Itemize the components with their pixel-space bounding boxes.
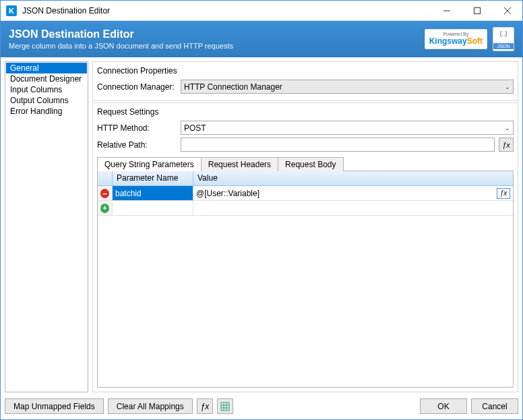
svg-rect-4 bbox=[221, 402, 229, 411]
parameter-name-cell-empty[interactable] bbox=[113, 201, 193, 216]
sidebar-item-general[interactable]: General bbox=[6, 63, 87, 73]
maximize-button[interactable] bbox=[462, 1, 492, 20]
map-unmapped-fields-button[interactable]: Map Unmapped Fields bbox=[5, 398, 104, 414]
grid-header-name: Parameter Name bbox=[113, 171, 193, 185]
connection-manager-select[interactable]: HTTP Connection Manager ⌄ bbox=[181, 80, 514, 94]
header-text: JSON Destination Editor Merge column dat… bbox=[9, 28, 425, 50]
brand-name: KingswaySoft bbox=[429, 36, 483, 46]
grid-new-row[interactable]: + bbox=[98, 201, 513, 216]
parameter-value-cell[interactable]: @[User::Variable] ƒx bbox=[193, 186, 513, 201]
http-method-label: HTTP Method: bbox=[97, 123, 177, 133]
grid-body: – batchid @[User::Variable] ƒx + bbox=[98, 186, 513, 387]
connection-properties-group: Connection Properties Connection Manager… bbox=[92, 61, 518, 101]
grid-header: Parameter Name Value bbox=[98, 171, 513, 186]
add-row-button[interactable]: + bbox=[98, 201, 113, 216]
relative-path-input[interactable] bbox=[181, 138, 495, 152]
minus-icon: – bbox=[100, 189, 109, 198]
chevron-down-icon: ⌄ bbox=[505, 84, 510, 90]
relative-path-label: Relative Path: bbox=[97, 140, 177, 150]
clear-all-mappings-button[interactable]: Clear All Mappings bbox=[108, 398, 193, 414]
window-title: JSON Destination Editor bbox=[22, 6, 431, 16]
window-controls bbox=[431, 1, 522, 20]
parameter-value-text: @[User::Variable] bbox=[196, 189, 259, 198]
connection-manager-row: Connection Manager: HTTP Connection Mana… bbox=[97, 80, 514, 94]
header-logos: Powered By KingswaySoft bbox=[425, 27, 514, 51]
value-fx-button[interactable]: ƒx bbox=[497, 188, 510, 199]
grid-tool-button[interactable] bbox=[217, 398, 233, 414]
connection-manager-value: HTTP Connection Manager bbox=[184, 82, 282, 92]
sidebar-item-output-columns[interactable]: Output Columns bbox=[6, 95, 87, 106]
http-method-select[interactable]: POST ⌄ bbox=[181, 121, 514, 135]
body: General Document Designer Input Columns … bbox=[1, 57, 522, 396]
request-settings-group: Request Settings HTTP Method: POST ⌄ Rel… bbox=[92, 102, 518, 392]
plus-icon: + bbox=[100, 204, 109, 213]
sidebar: General Document Designer Input Columns … bbox=[5, 61, 88, 392]
header: JSON Destination Editor Merge column dat… bbox=[1, 21, 522, 57]
request-settings-title: Request Settings bbox=[97, 107, 514, 117]
tab-request-headers[interactable]: Request Headers bbox=[201, 157, 278, 171]
connection-properties-title: Connection Properties bbox=[97, 66, 514, 76]
http-method-row: HTTP Method: POST ⌄ bbox=[97, 121, 514, 135]
app-icon: K bbox=[6, 5, 17, 16]
grid-icon bbox=[220, 402, 230, 411]
main: Connection Properties Connection Manager… bbox=[92, 61, 518, 392]
brand-logo: Powered By KingswaySoft bbox=[425, 29, 487, 49]
header-title: JSON Destination Editor bbox=[9, 28, 425, 40]
fx-icon: ƒx bbox=[200, 402, 209, 411]
ok-button[interactable]: OK bbox=[420, 398, 467, 414]
request-tabs: Query String Parameters Request Headers … bbox=[97, 157, 514, 171]
footer: Map Unmapped Fields Clear All Mappings ƒ… bbox=[1, 396, 522, 419]
tab-body: Parameter Name Value – batchid @[User::V… bbox=[97, 171, 514, 388]
relative-path-row: Relative Path: ƒx bbox=[97, 138, 514, 152]
parameter-name-cell[interactable]: batchid bbox=[113, 186, 193, 201]
sidebar-item-input-columns[interactable]: Input Columns bbox=[6, 84, 87, 95]
http-method-value: POST bbox=[184, 123, 206, 133]
powered-by-label: Powered By bbox=[443, 32, 468, 36]
json-icon bbox=[493, 27, 514, 51]
grid-header-value: Value bbox=[193, 171, 513, 185]
window: K JSON Destination Editor JSON Destinati… bbox=[0, 0, 523, 420]
minimize-button[interactable] bbox=[431, 1, 462, 20]
close-button[interactable] bbox=[492, 1, 522, 20]
delete-row-button[interactable]: – bbox=[98, 186, 113, 201]
grid-header-icon-col bbox=[98, 171, 113, 185]
svg-rect-1 bbox=[474, 7, 480, 13]
header-subtitle: Merge column data into a JSON document a… bbox=[9, 42, 425, 50]
connection-manager-label: Connection Manager: bbox=[97, 82, 177, 92]
tab-query-string-parameters[interactable]: Query String Parameters bbox=[97, 157, 202, 171]
tab-request-body[interactable]: Request Body bbox=[278, 157, 343, 171]
expression-editor-button[interactable]: ƒx bbox=[197, 398, 213, 414]
chevron-down-icon: ⌄ bbox=[505, 125, 510, 131]
cancel-button[interactable]: Cancel bbox=[471, 398, 518, 414]
sidebar-item-error-handling[interactable]: Error Handling bbox=[6, 106, 87, 117]
titlebar: K JSON Destination Editor bbox=[1, 1, 522, 21]
sidebar-item-document-designer[interactable]: Document Designer bbox=[6, 73, 87, 84]
grid-row[interactable]: – batchid @[User::Variable] ƒx bbox=[98, 186, 513, 201]
relative-path-fx-button[interactable]: ƒx bbox=[499, 138, 514, 152]
parameter-value-cell-empty[interactable] bbox=[193, 201, 513, 216]
